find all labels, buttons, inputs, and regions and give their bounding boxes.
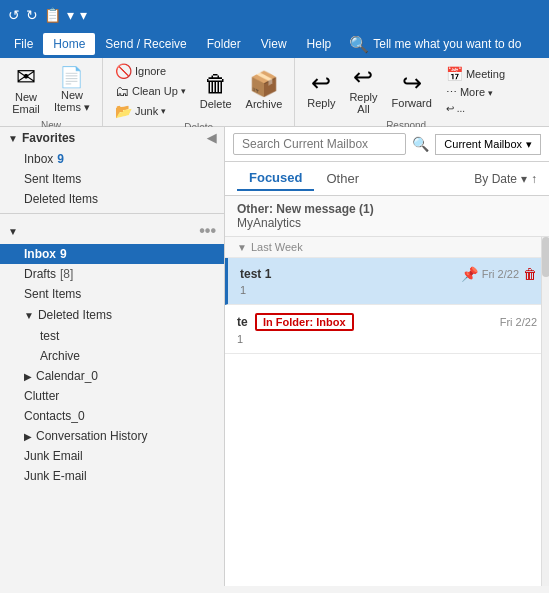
sidebar-item-sent[interactable]: Sent Items: [0, 284, 224, 304]
test-label: test: [40, 329, 59, 343]
menu-help[interactable]: Help: [297, 33, 342, 55]
new-email-icon: ✉: [16, 65, 36, 89]
sidebar-item-clutter[interactable]: Clutter: [0, 386, 224, 406]
sidebar-item-junk-email2[interactable]: Junk E-mail: [0, 466, 224, 486]
menu-send-receive[interactable]: Send / Receive: [95, 33, 196, 55]
favorites-arrow: ▼: [8, 133, 18, 144]
other-section-title: Other: New message (1): [237, 202, 374, 216]
meeting-button[interactable]: 📅 Meeting: [442, 65, 509, 83]
archive-button[interactable]: 📦 Archive: [240, 62, 289, 120]
meeting-icon: 📅: [446, 66, 463, 82]
sidebar-sep-1: [0, 213, 224, 214]
sidebar-item-sent-favorites[interactable]: Sent Items: [0, 169, 224, 189]
sidebar-collapse-icon[interactable]: ◀: [207, 131, 216, 145]
undo-icon[interactable]: ↺: [8, 7, 20, 23]
sidebar-item-conversation-history[interactable]: ▶ Conversation History: [0, 426, 224, 446]
message-item-2[interactable]: te In Folder: Inbox Fri 2/22 1: [225, 305, 549, 354]
sort-direction-icon[interactable]: ↑: [531, 172, 537, 186]
clutter-label: Clutter: [24, 389, 59, 403]
sidebar-item-calendar[interactable]: ▶ Calendar_0: [0, 366, 224, 386]
tab-other[interactable]: Other: [314, 167, 371, 190]
sort-control[interactable]: By Date ▾ ↑: [474, 172, 537, 186]
more-tools-icon[interactable]: ▾: [80, 7, 87, 23]
search-input[interactable]: [233, 133, 406, 155]
junk-icon: 📂: [115, 103, 132, 119]
inbox-count-badge: 9: [60, 247, 67, 261]
delete-small-buttons: 🚫 Ignore 🗂 Clean Up ▾ 📂 Junk ▾: [109, 62, 192, 120]
menu-folder[interactable]: Folder: [197, 33, 251, 55]
favorites-header[interactable]: ▼ Favorites ◀: [0, 127, 224, 149]
contacts-label: Contacts_0: [24, 409, 85, 423]
message-header-1: test 1 📌 Fri 2/22 🗑: [240, 266, 537, 282]
deleted-arrow: ▼: [24, 310, 34, 321]
message-header-2: te In Folder: Inbox Fri 2/22: [237, 313, 537, 331]
ribbon-group-delete: 🚫 Ignore 🗂 Clean Up ▾ 📂 Junk ▾: [103, 58, 295, 126]
other-section: Other: New message (1) MyAnalytics: [225, 196, 549, 237]
reply-all-button[interactable]: ↩ ReplyAll: [343, 62, 383, 118]
new-email-button[interactable]: ✉ NewEmail: [6, 62, 46, 118]
search-scope-caret: ▾: [526, 138, 532, 151]
reply-button[interactable]: ↩ Reply: [301, 62, 341, 118]
scroll-thumb[interactable]: [542, 237, 549, 277]
deleted-items-header[interactable]: ▼ Deleted Items: [0, 304, 224, 326]
redo-icon[interactable]: ↻: [26, 7, 38, 23]
reply-icon: ↩: [311, 71, 331, 95]
new-items-button[interactable]: 📄 NewItems ▾: [48, 62, 96, 118]
search-icon: 🔍: [349, 35, 369, 54]
cleanup-caret: ▾: [181, 86, 186, 96]
sidebar-item-deleted-favorites[interactable]: Deleted Items: [0, 189, 224, 209]
account-header[interactable]: ▼ •••: [0, 218, 224, 244]
sidebar-item-contacts[interactable]: Contacts_0: [0, 406, 224, 426]
junk-button[interactable]: 📂 Junk ▾: [111, 102, 190, 120]
tab-focused[interactable]: Focused: [237, 166, 314, 191]
extra-respond-button[interactable]: ↩ ...: [442, 102, 509, 115]
delete-icon: 🗑: [204, 72, 228, 96]
account-arrow: ▼: [8, 226, 18, 237]
message-sender-2: te In Folder: Inbox: [237, 313, 354, 331]
section-last-week: ▼ Last Week: [225, 237, 549, 258]
sidebar-item-test[interactable]: test: [0, 326, 224, 346]
menu-bar: File Home Send / Receive Folder View Hel…: [0, 30, 549, 58]
message-item-1[interactable]: test 1 📌 Fri 2/22 🗑 1: [225, 258, 549, 305]
account-more-icon[interactable]: •••: [199, 222, 216, 240]
sidebar-inbox-badge: 9: [57, 152, 64, 166]
forward-icon: ↪: [402, 71, 422, 95]
section-label-text: Last Week: [251, 241, 303, 253]
respond-small-buttons: 📅 Meeting ⋯ More ▾ ↩ ...: [440, 62, 511, 118]
message-date-2: Fri 2/22: [500, 316, 537, 328]
title-bar: ↺ ↻ 📋 ▾ ▾: [0, 0, 549, 30]
scroll-track[interactable]: [541, 237, 549, 586]
forward-button[interactable]: ↪ Forward: [386, 62, 438, 118]
inbox-label: Inbox: [24, 247, 56, 261]
sidebar-item-archive[interactable]: Archive: [0, 346, 224, 366]
sidebar-item-inbox[interactable]: Inbox 9: [0, 244, 224, 264]
search-scope-dropdown[interactable]: Current Mailbox ▾: [435, 134, 541, 155]
menu-view[interactable]: View: [251, 33, 297, 55]
search-submit-icon[interactable]: 🔍: [412, 136, 429, 152]
quick-access-dropdown[interactable]: ▾: [67, 7, 74, 23]
sidebar-item-inbox-favorites[interactable]: Inbox 9: [0, 149, 224, 169]
search-scope-label: Current Mailbox: [444, 138, 522, 150]
sidebar-item-junk-email[interactable]: Junk Email: [0, 446, 224, 466]
cleanup-button[interactable]: 🗂 Clean Up ▾: [111, 82, 190, 100]
reply-all-icon: ↩: [353, 65, 373, 89]
message-list: ▼ Last Week test 1 📌 Fri 2/22 🗑 1: [225, 237, 549, 586]
ignore-button[interactable]: 🚫 Ignore: [111, 62, 190, 80]
sent-label: Sent Items: [24, 287, 81, 301]
menu-file[interactable]: File: [4, 33, 43, 55]
print-icon[interactable]: 📋: [44, 7, 61, 23]
search-bar: 🔍 Current Mailbox ▾: [225, 127, 549, 162]
drafts-label: Drafts: [24, 267, 56, 281]
message-date-1: Fri 2/22: [482, 268, 519, 280]
junk-email-label: Junk Email: [24, 449, 83, 463]
archive-label: Archive: [40, 349, 80, 363]
conv-hist-label: Conversation History: [36, 429, 147, 443]
delete-message-icon-1[interactable]: 🗑: [523, 266, 537, 282]
menu-home[interactable]: Home: [43, 33, 95, 55]
tell-me-label[interactable]: Tell me what you want to do: [373, 37, 521, 51]
more-button[interactable]: ⋯ More ▾: [442, 85, 509, 100]
tabs-row: Focused Other By Date ▾ ↑: [225, 162, 549, 196]
message-preview-1: 1: [240, 284, 537, 296]
sidebar-item-drafts[interactable]: Drafts [8]: [0, 264, 224, 284]
delete-button[interactable]: 🗑 Delete: [194, 62, 238, 120]
